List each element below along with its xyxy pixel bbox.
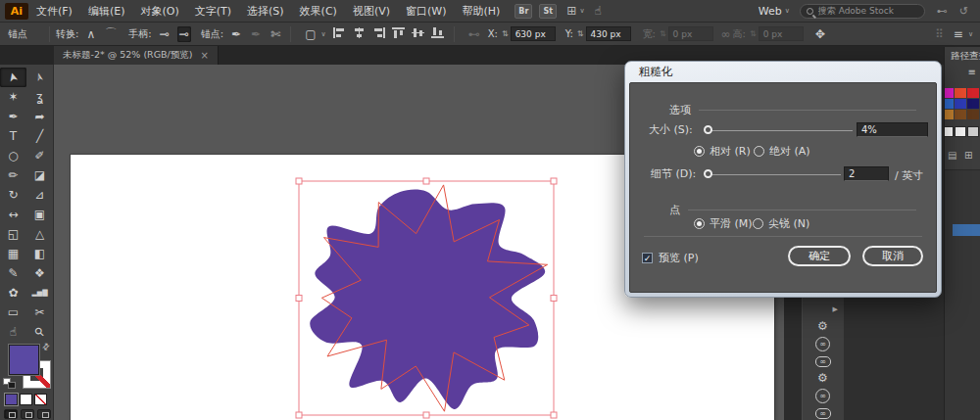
eraser-tool[interactable]: ◪ [26,165,53,185]
dock-collapse-icon[interactable]: ▶ [833,305,838,313]
line-segment-tool[interactable]: ╱ [26,126,53,146]
show-handles-icon[interactable]: ⊸ [158,26,172,42]
none-mode-button[interactable] [34,394,47,405]
swatch[interactable] [944,88,954,98]
selection-handle[interactable] [551,178,557,184]
stock-button[interactable]: St [539,4,557,19]
swatch[interactable] [955,126,966,137]
width-tool[interactable]: ↔ [0,205,26,224]
size-slider[interactable] [706,130,853,131]
menu-item-5[interactable]: 选择(S) [239,0,292,23]
selection-handle[interactable] [551,412,557,418]
panel-list-icon[interactable]: ≡ [952,26,965,42]
swatch[interactable] [967,126,979,137]
menu-item-2[interactable]: 编辑(E) [80,0,133,23]
selection-tool[interactable]: ➤ [0,68,26,87]
align-horizontal-left-icon[interactable] [333,27,346,40]
convert-to-smooth-icon[interactable]: ⌒ [103,24,119,43]
shape-builder-tool[interactable]: ◱ [0,224,26,244]
swatch[interactable] [944,110,954,119]
creative-cloud-icon[interactable]: ∞ [815,337,830,351]
swatch[interactable] [955,99,966,109]
blend-tool[interactable]: ❖ [26,263,53,283]
pen-tool[interactable]: ✒ [0,107,26,126]
selected-item-bar[interactable] [953,224,980,236]
symbol-sprayer-tool[interactable]: ✿ [0,283,26,303]
y-input[interactable]: 430 px [586,26,631,41]
align-vertical-center-icon[interactable] [412,27,424,40]
document-tab[interactable]: 未标题-2* @ 52% (RGB/预览) × [54,46,219,65]
cc-libraries-icon[interactable]: ∞ [815,356,831,367]
menu-item-4[interactable]: 文字(T) [187,0,239,23]
transform-icon[interactable]: ✥ [813,26,827,42]
selection-handle[interactable] [296,178,302,184]
selection-handle[interactable] [423,178,429,184]
detail-input[interactable]: 2 [844,166,889,181]
zoom-tool[interactable]: ⚲ [26,322,53,342]
slice-tool[interactable]: ✂ [26,303,53,322]
gear-icon[interactable]: ⚙ [817,372,828,384]
gradient-tool[interactable]: ◧ [26,244,53,263]
swatch[interactable] [967,99,979,109]
column-graph-tool[interactable]: ▂▅▇ [26,283,53,303]
absolute-radio[interactable]: 绝对 (A) [754,144,810,159]
magic-wand-tool[interactable]: ✶ [0,87,26,107]
ellipse-tool[interactable]: ○ [0,146,26,165]
swatch[interactable] [967,88,979,98]
swatch[interactable] [944,126,954,137]
workspace-switcher[interactable]: Web ∨ [759,5,790,18]
align-vertical-bottom-icon[interactable] [431,27,444,40]
adobe-stock-search-input[interactable]: 搜索 Adobe Stock [800,4,925,19]
menu-item-3[interactable]: 对象(O) [132,0,186,23]
size-input[interactable]: 4% [857,122,928,137]
close-icon[interactable]: × [201,50,209,61]
workspace-grid-icon[interactable]: ⊞ [566,4,576,18]
connect-anchor-icon[interactable]: ✒ [249,26,263,42]
y-stepper[interactable]: ⇅ [577,29,584,38]
x-stepper[interactable]: ⇅ [502,29,509,38]
swatch[interactable] [955,110,966,119]
creative-cloud-icon[interactable]: ∞ [815,389,830,403]
rotate-tool[interactable]: ↻ [0,185,26,205]
scale-tool[interactable]: ⊿ [26,185,53,205]
menu-item-9[interactable]: 帮助(H) [454,0,508,23]
menu-item-1[interactable]: 文件(F) [28,0,80,23]
preview-checkbox[interactable]: ✓ 预览 (P) [642,251,699,265]
gear-icon[interactable]: ⚙ [817,320,828,332]
align-horizontal-center-icon[interactable] [353,27,366,40]
draw-normal-button[interactable] [4,409,18,419]
paintbrush-tool[interactable]: ✐ [26,146,53,165]
convert-to-corner-icon[interactable]: ∧ [84,26,97,42]
hide-handles-icon[interactable]: ⊸ [177,26,191,42]
menu-item-8[interactable]: 窗口(W) [398,0,454,23]
selection-handle[interactable] [296,296,302,302]
new-swatch-icon[interactable]: ⊞ [964,150,972,161]
direct-selection-tool[interactable]: ➢ [26,68,53,87]
selection-handle[interactable] [423,412,429,418]
corner-widget-icon[interactable]: ▢ [303,26,318,42]
mesh-tool[interactable]: ▦ [0,244,26,263]
ok-button[interactable]: 确定 [788,246,851,266]
dialog-title[interactable]: 粗糙化 [625,62,941,81]
curvature-tool[interactable]: ➦ [26,107,53,126]
detail-slider-knob[interactable] [704,169,712,178]
eyedropper-tool[interactable]: ✎ [0,263,26,283]
align-horizontal-right-icon[interactable] [372,27,385,40]
swap-fill-stroke-icon[interactable]: ⇄ [40,341,52,352]
align-vertical-top-icon[interactable] [392,27,405,40]
cut-path-icon[interactable]: ✄ [269,26,282,42]
cc-libraries-icon[interactable]: ∞ [815,408,831,419]
gradient-mode-button[interactable] [20,394,32,405]
detail-slider[interactable] [706,174,841,175]
splat-shape[interactable] [310,189,545,408]
gpu-performance-icon[interactable]: ⊷ [937,5,948,18]
selection-handle[interactable] [296,412,302,418]
panel-menu-icon[interactable]: ≡ [968,67,976,77]
menu-item-6[interactable]: 效果(C) [292,0,345,23]
pathfinder-panel-tab[interactable]: 路径查找 [945,47,980,63]
menu-item-7[interactable]: 视图(V) [345,0,398,23]
selection-handle[interactable] [551,296,557,302]
cancel-button[interactable]: 取消 [862,246,923,266]
lasso-tool[interactable]: ʓ [26,87,53,107]
swatch[interactable] [955,88,966,98]
